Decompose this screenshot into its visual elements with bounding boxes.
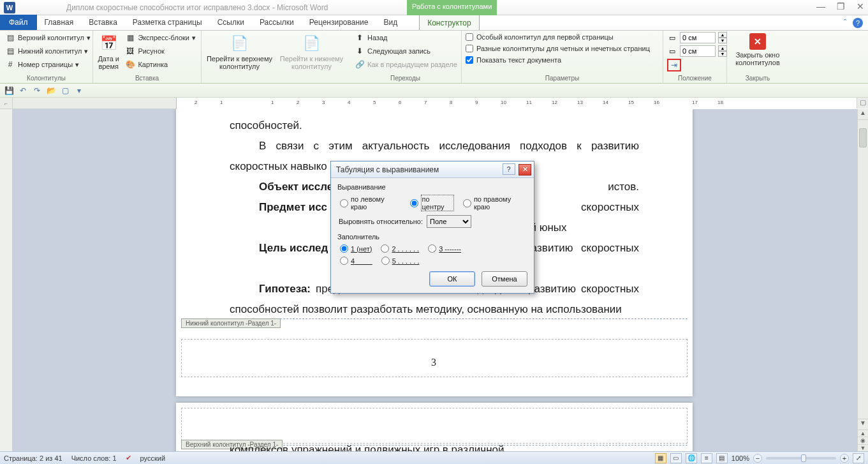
tab-designer[interactable]: Конструктор [419,15,479,30]
goto-header-button[interactable]: 📄 Перейти к верхнему колонтитулу [205,32,274,70]
status-language[interactable]: русский [140,454,165,462]
ok-button[interactable]: ОК [429,271,475,287]
status-page[interactable]: Страница: 2 из 41 [4,454,63,462]
scroll-up[interactable]: ▲ [858,109,868,120]
dialog-help-button[interactable]: ? [503,163,515,175]
tab-references[interactable]: Ссылки [210,15,252,30]
tab-review[interactable]: Рецензирование [302,15,376,30]
first-page-checkbox[interactable]: Особый колонтитул для первой страницы [466,33,650,41]
header-from-top-input[interactable] [680,32,716,43]
picture-button[interactable]: 🖼Рисунок [124,45,197,57]
scroll-down[interactable]: ▼ [858,419,868,430]
group-label-hf: Колонтитулы [4,75,89,83]
status-spellcheck-icon[interactable]: ✔ [126,454,131,462]
browse-next[interactable]: ▼ [858,444,868,451]
qat-dropdown[interactable]: ▾ [74,86,84,96]
radio-left[interactable]: по левому краю [340,195,401,211]
spinner-up[interactable]: ▲ [718,45,727,51]
next-icon: ⬇ [355,46,365,56]
minimize-button[interactable]: — [816,1,825,11]
view-outline[interactable]: ≡ [701,453,712,463]
scroll-thumb[interactable] [859,128,867,147]
quick-access-toolbar: 💾 ↶ ↷ 📂 ▢ ▾ [0,84,868,98]
blocks-icon: ▦ [125,33,135,43]
show-doc-checkbox[interactable]: Показать текст документа [466,56,650,64]
zoom-in[interactable]: + [840,454,849,463]
tab-mailings[interactable]: Рассылки [252,15,302,30]
view-print-layout[interactable]: ▦ [655,453,666,463]
view-web[interactable]: 🌐 [686,453,697,463]
dialog-titlebar[interactable]: Табуляция с выравниванием ? ✕ [331,161,534,178]
leader-2[interactable]: 2 [381,244,419,253]
leader-1[interactable]: 1 (нет) [340,244,372,253]
alignment-tab-dialog: Табуляция с выравниванием ? ✕ Выравниван… [330,161,534,294]
qat-undo[interactable]: ↶ [18,86,28,96]
dialog-title: Табуляция с выравниванием [336,165,439,174]
qat-open[interactable]: 📂 [46,86,56,96]
vertical-scrollbar[interactable]: ▲ ▼ ▲ ◉ ▼ [857,109,868,451]
dialog-close-button[interactable]: ✕ [519,164,531,176]
group-label-position: Положение [667,75,723,83]
page-number-button[interactable]: #Номер страницы ▾ [4,59,92,70]
qat-redo[interactable]: ↷ [32,86,42,96]
ribbon-tabs: Файл Главная Вставка Разметка страницы С… [0,15,868,31]
date-time-button[interactable]: 📅 Дата и время [97,32,120,70]
footer-button[interactable]: ▤Нижний колонтитул ▾ [4,45,92,57]
tab-insert[interactable]: Вставка [81,15,125,30]
header-from-top[interactable]: ▭ ▲▼ [667,32,727,43]
leader-4[interactable]: 4 [340,257,372,265]
page-number[interactable]: 3 [431,357,436,368]
close-icon: ✕ [749,33,766,50]
view-full-screen[interactable]: ▭ [670,453,682,463]
tab-home[interactable]: Главная [37,15,82,30]
spinner-up[interactable]: ▲ [718,32,727,38]
zoom-fit[interactable]: ⤢ [853,453,864,463]
browse-select[interactable]: ◉ [858,437,868,444]
zoom-level[interactable]: 100% [732,454,749,462]
link-previous-button[interactable]: 🔗Как в предыдущем разделе [353,59,459,70]
radio-center[interactable]: по центру [410,195,454,211]
previous-button[interactable]: ⬆Назад [353,32,459,43]
insert-alignment-tab-button[interactable]: ⇥ [667,59,681,71]
status-words[interactable]: Число слов: 1 [71,454,117,462]
cancel-button[interactable]: Отмена [482,271,527,287]
file-tab[interactable]: Файл [0,15,37,30]
header-area[interactable] [181,408,688,444]
relative-select[interactable]: Поле [427,215,471,228]
view-draft[interactable]: ▤ [716,453,728,463]
qat-save[interactable]: 💾 [4,86,14,96]
zoom-out[interactable]: − [753,454,762,463]
vertical-ruler[interactable] [0,109,13,451]
qat-new[interactable]: ▢ [60,86,70,96]
page-2: Верхний колонтитул -Раздел 1- комплексов… [176,403,693,451]
link-icon: 🔗 [355,59,365,70]
restore-button[interactable]: ❐ [837,1,845,11]
close-window-button[interactable]: ✕ [857,1,864,11]
spinner-down[interactable]: ▼ [718,51,727,57]
quick-parts-button[interactable]: ▦Экспресс-блоки ▾ [124,32,197,43]
tab-pagelayout[interactable]: Разметка страницы [125,15,210,30]
odd-even-checkbox[interactable]: Разные колонтитулы для четных и нечетных… [466,45,650,52]
clipart-icon: 🎨 [125,59,135,70]
footer-from-bottom-input[interactable] [680,45,716,57]
spinner-down[interactable]: ▼ [718,38,727,43]
horizontal-ruler[interactable]: ⌐ 21 12 34 56 78 910 1112 1314 1516 1718… [0,98,868,109]
header-button[interactable]: ▤Верхний колонтитул ▾ [4,32,92,43]
tab-view[interactable]: Вид [376,15,405,30]
close-headerfooter-button[interactable]: ✕ Закрыть окно колонтитулов [731,32,784,66]
status-bar: Страница: 2 из 41 Число слов: 1 ✔ русски… [0,451,868,464]
footer-from-bottom[interactable]: ▭ ▲▼ [667,45,727,57]
group-label-nav: Переходы [353,75,457,83]
ruler-corner[interactable]: ⌐ [0,98,13,109]
group-label-insert: Вставка [97,75,197,83]
zoom-slider[interactable] [766,457,836,460]
ruler-toggle-icon[interactable]: ▢ [858,98,868,109]
clipart-button[interactable]: 🎨Картинка [124,59,197,70]
minimize-ribbon-icon[interactable]: ˆ [844,18,846,28]
leader-3[interactable]: 3 [428,244,461,253]
radio-right[interactable]: по правому краю [463,195,527,211]
next-button[interactable]: ⬇Следующая запись [353,45,459,57]
help-icon[interactable]: ? [853,18,863,28]
leader-5[interactable]: 5 [381,257,420,265]
browse-prev[interactable]: ▲ [858,430,868,437]
